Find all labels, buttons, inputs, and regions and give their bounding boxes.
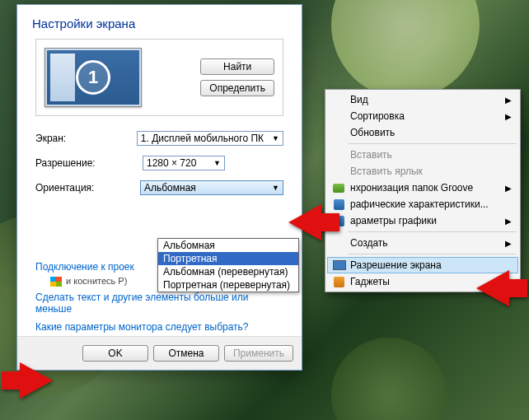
- chevron-down-icon: ▼: [213, 159, 221, 167]
- cancel-button[interactable]: Отмена: [153, 345, 219, 362]
- identify-button[interactable]: Определить: [200, 80, 274, 96]
- ctx-view[interactable]: Вид ▶: [327, 91, 518, 108]
- annotation-arrow: [476, 270, 509, 306]
- annotation-arrow: [20, 362, 53, 399]
- resolution-combo[interactable]: 1280 × 720 ▼: [143, 156, 225, 170]
- monitor-icon: [333, 260, 346, 270]
- screen-combo[interactable]: 1. Дисплей мобильного ПК ▼: [137, 131, 283, 146]
- chevron-down-icon: ▼: [272, 134, 279, 142]
- orientation-option-selected[interactable]: Портретная: [158, 252, 298, 265]
- submenu-arrow-icon: ▶: [505, 217, 512, 226]
- apply-button[interactable]: Применить: [224, 345, 293, 362]
- ctx-create[interactable]: Создать ▶: [327, 235, 518, 251]
- orientation-dropdown[interactable]: Альбомная Портретная Альбомная (переверн…: [157, 238, 299, 292]
- orientation-label: Ориентация:: [35, 182, 140, 194]
- annotation-arrow: [288, 204, 321, 240]
- submenu-arrow-icon: ▶: [505, 112, 512, 121]
- ctx-refresh[interactable]: Обновить: [327, 124, 518, 141]
- resolution-combo-value: 1280 × 720: [147, 157, 196, 169]
- windows-flag-icon: [50, 277, 62, 287]
- gadgets-icon: [334, 277, 344, 287]
- ctx-separator: [349, 143, 517, 144]
- text-size-link[interactable]: Сделать текст и другие элементы больше и…: [17, 288, 302, 318]
- monitor-thumbnail[interactable]: 1: [44, 48, 142, 107]
- ctx-paste-shortcut: Вставить ярлык: [327, 163, 518, 180]
- ctx-sort[interactable]: Сортировка ▶: [327, 108, 518, 124]
- resolution-label: Разрешение:: [35, 157, 143, 169]
- ctx-separator: [349, 231, 517, 232]
- ctx-gfx-props[interactable]: рафические характеристики...: [327, 196, 518, 212]
- orientation-combo-value: Альбомная: [144, 182, 196, 194]
- ctx-gfx-params[interactable]: араметры графики ▶: [327, 212, 518, 229]
- desktop-context-menu: Вид ▶ Сортировка ▶ Обновить Вставить Вст…: [325, 89, 521, 292]
- screen-settings-dialog: Настройки экрана 1 Найти Определить Экра…: [16, 4, 302, 371]
- monitor-preview-frame: 1 Найти Определить: [35, 39, 283, 116]
- ctx-groove-sync[interactable]: нхронизация папок Groove ▶: [327, 180, 518, 196]
- folder-sync-icon: [333, 184, 344, 193]
- dialog-title: Настройки экрана: [17, 5, 302, 39]
- chevron-down-icon: ▼: [272, 184, 279, 192]
- ctx-separator: [349, 254, 517, 254]
- detect-button[interactable]: Найти: [200, 58, 274, 75]
- screen-label: Экран:: [35, 133, 137, 144]
- monitor-number: 1: [76, 60, 110, 95]
- ok-button[interactable]: OK: [82, 345, 148, 362]
- submenu-arrow-icon: ▶: [505, 184, 512, 193]
- orientation-combo[interactable]: Альбомная ▼: [140, 180, 283, 195]
- orientation-option[interactable]: Альбомная (перевернутая): [158, 265, 298, 278]
- submenu-arrow-icon: ▶: [505, 239, 512, 248]
- submenu-arrow-icon: ▶: [505, 96, 512, 105]
- orientation-option[interactable]: Альбомная: [158, 239, 298, 252]
- which-settings-link[interactable]: Какие параметры монитора следует выбрать…: [17, 318, 302, 336]
- ctx-paste: Вставить: [327, 147, 518, 163]
- orientation-option[interactable]: Портретная (перевернутая): [158, 278, 298, 292]
- dialog-button-bar: OK Отмена Применить: [17, 336, 302, 370]
- screen-combo-value: 1. Дисплей мобильного ПК: [141, 133, 264, 144]
- graphics-icon: [334, 199, 344, 210]
